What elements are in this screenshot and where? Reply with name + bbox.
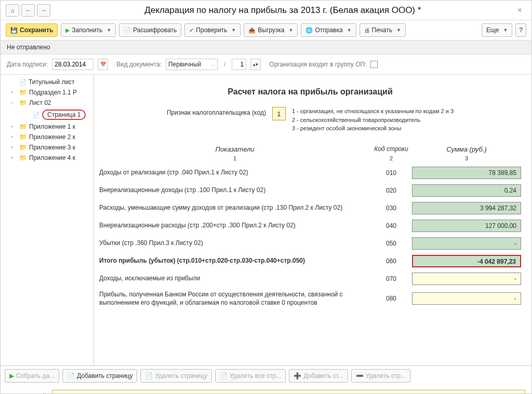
chevron-down-icon: ▼ [396,28,401,33]
page-number-input[interactable] [232,59,246,70]
row-label: Внереализационные доходы (стр .100 Прил.… [99,186,370,195]
tree-item-label: Титульный лист [29,78,75,86]
value-input[interactable]: 127 000,00 [412,220,521,232]
folder-icon: 📁 [19,99,27,106]
delete-page-button: 📄Удалить страницу [140,369,211,383]
doc-icon: 📄 [124,27,131,34]
calendar-icon[interactable]: 📅 [98,59,108,70]
expand-icon[interactable]: + [11,90,17,95]
play-icon: ▶ [65,27,70,34]
expand-icon[interactable]: + [11,145,17,150]
folder-icon: 📁 [19,123,27,130]
chevron-down-icon: ▼ [107,28,111,33]
table-row: Прибыль, полученная Банком России от осу… [99,290,521,308]
back-button[interactable]: ← [21,4,35,17]
print-button[interactable]: 🖨Печать▼ [360,23,406,37]
tree-item-label: Приложение 3 к [29,144,75,151]
date-label: Дата подписи: [7,61,48,68]
section-tree: 📄Титульный лист+📁Подраздел 1.1 Р−📁Лист 0… [1,75,94,365]
printer-icon: 🖨 [364,27,370,33]
row-label: Расходы, уменьшающие сумму доходов от ре… [99,203,370,212]
disk-icon: 💾 [10,27,18,34]
org-group-checkbox[interactable] [370,61,378,68]
tree-item[interactable]: +📁Приложение 2 к [1,132,94,142]
fill-button[interactable]: ▶Заполнить▼ [61,23,116,37]
expand-icon[interactable]: − [11,100,17,105]
spinner-icon[interactable]: ▴▾ [250,59,261,70]
value-input[interactable]: 78 389,85 [412,167,521,179]
add-icon: ➕ [294,372,301,379]
row-code: 010 [370,169,412,176]
row-label: Доходы от реализации (стр .040 Прил.1 к … [99,168,370,177]
chevron-down-icon: ▼ [503,28,508,33]
folder-icon: 📁 [19,133,27,141]
tree-item[interactable]: 📄Титульный лист [1,77,94,87]
row-code: 020 [370,187,412,194]
add-page-button[interactable]: 📄Добавить страницу [62,369,137,383]
org-group-label: Организация входит в группу ОП: [269,61,366,68]
decrypt-button[interactable]: 📄Расшифровать [119,23,181,37]
more-button[interactable]: Еще▼ [482,23,512,37]
row-code: 060 [370,257,412,265]
value-input[interactable]: 0,24 [412,184,521,197]
row-code: 050 [370,240,412,247]
table-row: Внереализационные расходы (стр .200+стр … [99,220,521,232]
value-input[interactable]: - [412,273,521,285]
col-header-1: Показатели [99,145,370,153]
table-row: Расходы, уменьшающие сумму доходов от ре… [99,202,521,214]
comment-input[interactable] [52,390,525,394]
tree-item-label: Приложение 1 к [29,123,75,130]
content-title: Расчет налога на прибыль организаций [99,87,521,97]
delete-all-button: 📄Удалить все стр... [215,369,286,383]
delete-all-icon: 📄 [220,372,228,379]
chevron-down-icon: ▼ [289,28,294,33]
row-label: Доходы, исключаемые из прибыли [99,274,370,283]
row-code: 030 [370,205,412,212]
expand-icon[interactable]: + [11,124,17,129]
tree-item[interactable]: +📁Приложение 3 к [1,142,94,153]
save-button[interactable]: 💾Сохранить [6,23,58,37]
row-code: 070 [370,275,412,282]
tree-item-label: Приложение 4 к [29,154,75,161]
tree-item[interactable]: −📁Лист 02 [1,98,94,108]
folder-icon: 📁 [19,154,27,161]
check-button[interactable]: ✔Проверить▼ [184,23,241,37]
row-label: Убытки (стр .360 Прил.3 к Листу 02) [99,239,370,248]
tree-item[interactable]: +📁Приложение 1 к [1,121,94,132]
expand-icon[interactable]: + [11,134,17,140]
taxpayer-legend: 1 - организация, не относящаяся к указан… [292,107,454,133]
forward-button[interactable]: → [37,4,50,17]
value-input[interactable]: 3 994 287,32 [412,202,521,214]
export-button[interactable]: 📤Выгрузка▼ [244,23,298,37]
taxpayer-code-input[interactable]: 1 [272,107,286,120]
row-label: Внереализационные расходы (стр .200+стр … [99,221,370,230]
date-input[interactable] [52,59,94,70]
value-input[interactable]: - [412,237,521,250]
expand-icon[interactable]: + [11,155,17,160]
doc-type-select[interactable]: Первичный... [166,59,218,70]
tree-item-label: Подраздел 1.1 Р [29,89,77,96]
col-header-3: Сумма (руб.) [412,145,521,153]
home-button[interactable]: ⌂ [6,4,19,17]
tree-item[interactable]: +📁Подраздел 1.1 Р [1,87,94,98]
close-button[interactable]: × [513,6,526,15]
globe-icon: 🌐 [305,27,313,34]
tree-item-label: Лист 02 [29,99,51,106]
folder-icon: 📁 [19,89,27,96]
tree-item-label: Страница 1 [42,110,86,120]
delete-icon: 📄 [145,372,153,379]
content-area: Расчет налога на прибыль организаций При… [94,75,531,365]
tree-item[interactable]: +📁Приложение 4 к [1,153,94,163]
tree-item[interactable]: 📄Страница 1 [1,108,94,121]
doc-type-label: Вид документа: [116,61,162,68]
col-header-2: Код строки [370,145,412,153]
row-code: 040 [370,222,412,229]
export-icon: 📤 [248,27,256,34]
doc-icon: 📄 [19,79,26,86]
value-input[interactable]: -4 042 897,23 [412,255,521,267]
help-button[interactable]: ? [515,23,526,37]
value-input[interactable]: - [412,292,521,305]
table-row: Доходы от реализации (стр .040 Прил.1 к … [99,167,521,179]
send-button[interactable]: 🌐Отправка▼ [301,23,356,37]
delete-str-button: ➖Удалить стр... [351,369,410,383]
